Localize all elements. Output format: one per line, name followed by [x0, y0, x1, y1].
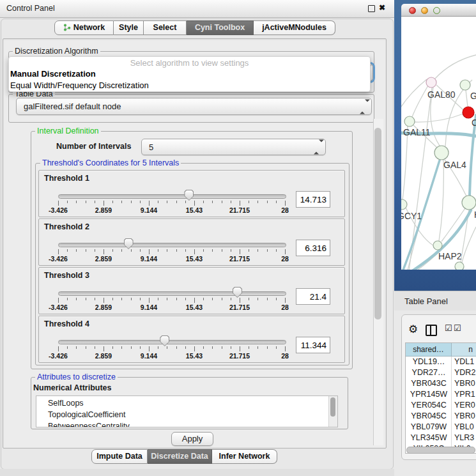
close-traffic-light-icon[interactable]: [409, 7, 416, 14]
table-horizontal-scrollbar[interactable]: [406, 447, 475, 454]
tab-infer-network[interactable]: Infer Network: [212, 449, 277, 464]
table-data-value: galFiltered.sif default node: [24, 98, 121, 114]
threshold-label: Threshold 3: [44, 271, 89, 280]
threshold-label: Threshold 4: [44, 319, 89, 328]
attribute-item[interactable]: TopologicalCoefficient: [48, 409, 125, 420]
interval-definition-group-title: Interval Definition: [35, 127, 101, 135]
network-node[interactable]: [460, 80, 470, 90]
node-attribute-table[interactable]: shared… n YDL19…YDL1YDR27…YDR2YBR043CYBR…: [405, 342, 476, 454]
apply-button[interactable]: Apply: [171, 432, 213, 446]
table-data-combobox[interactable]: galFiltered.sif default node: [16, 98, 372, 115]
tab-label: Select: [153, 23, 177, 32]
tab-jactivemnodules[interactable]: jActiveMNodules: [254, 20, 335, 35]
algorithm-option-equal-width[interactable]: Equal Width/Frequency Discretization: [10, 80, 368, 91]
cell-shared-name: YLR345W: [406, 433, 452, 443]
threshold-slider-handle[interactable]: [124, 238, 134, 249]
tab-select[interactable]: Select: [144, 20, 187, 35]
checkbox-icon[interactable]: ☑: [454, 323, 461, 333]
scale-label: -3.426: [40, 206, 76, 214]
threshold-slider-handle[interactable]: [184, 190, 194, 201]
close-icon[interactable]: ✖: [379, 3, 385, 12]
attributes-list-scrollbar[interactable]: [328, 396, 337, 427]
thresholds-group-title: Threshold's Coordinates for 5 Intervals: [40, 158, 181, 167]
network-node[interactable]: [463, 107, 474, 118]
cell-shared-name: YBR045C: [406, 411, 452, 422]
network-node-label: C: [472, 118, 476, 128]
scale-label: 2.859: [86, 352, 121, 360]
threshold-slider-handle[interactable]: [160, 335, 169, 346]
top-tab-bar: NetworkStyleSelectCyni ToolboxjActiveMNo…: [0, 20, 394, 35]
network-node[interactable]: [455, 262, 464, 271]
gear-icon[interactable]: ⚙: [408, 322, 418, 337]
table-row[interactable]: YBR043CYBR0: [406, 378, 476, 389]
attributes-group-title: Attributes to discretize: [35, 372, 118, 381]
table-row[interactable]: YDR27…YDR2: [406, 367, 476, 378]
tab-network[interactable]: Network: [54, 20, 114, 35]
tab-label: Discretize Data: [151, 452, 208, 461]
cell-shared-name: YER054C: [406, 400, 452, 411]
algorithm-option-manual[interactable]: Manual Discretization: [10, 68, 368, 80]
cell-name: YLR3: [454, 433, 474, 443]
numerical-attributes-list[interactable]: SelfLoopsTopologicalCoefficientBetweenne…: [36, 395, 338, 427]
threshold-slider-handle[interactable]: [233, 287, 242, 298]
threshold-value-input[interactable]: [296, 191, 330, 208]
scale-label: 15.43: [176, 206, 212, 214]
number-of-intervals-spinner[interactable]: 5: [141, 139, 326, 155]
scale-label: -3.426: [40, 303, 76, 311]
threshold-slider-track[interactable]: [58, 340, 286, 344]
network-canvas[interactable]: GAL80GACGAL11GAL4GCY1HHAP2: [394, 0, 476, 291]
network-node[interactable]: [434, 146, 449, 160]
network-node-label: GAL4: [443, 160, 466, 170]
threshold-value-input[interactable]: [296, 288, 330, 305]
table-row[interactable]: YER054CYER0: [406, 400, 476, 411]
scale-label: 15.43: [176, 352, 212, 360]
tab-label: Cyni Toolbox: [195, 23, 245, 32]
threshold-value-input[interactable]: [296, 240, 330, 256]
network-node-label: GAL11: [403, 127, 431, 137]
table-panel-title: Table Panel: [404, 291, 448, 311]
threshold-slider-track[interactable]: [58, 194, 286, 199]
scale-label: 21.715: [222, 255, 257, 263]
threshold-slider-track[interactable]: [58, 291, 286, 296]
tab-label: Impute Data: [96, 452, 142, 461]
attributes-scrollbar-thumb[interactable]: [330, 397, 335, 417]
network-node[interactable]: [462, 196, 476, 210]
panel-scrollbar-thumb[interactable]: [374, 128, 381, 319]
threshold-panel: Threshold 1 -3.4262.8599.14415.4321.7152…: [38, 170, 345, 217]
scale-label: -3.426: [40, 352, 76, 360]
table-row[interactable]: YBL079WYBL0: [406, 422, 476, 433]
attribute-item[interactable]: SelfLoops: [48, 397, 84, 409]
network-node-label: HAP2: [438, 251, 462, 261]
cell-name: YDL1: [454, 357, 474, 367]
tab-label: jActiveMNodules: [262, 23, 326, 32]
column-header-shared-name[interactable]: shared…: [406, 343, 452, 357]
table-row[interactable]: YBR045CYBR0: [406, 411, 476, 422]
network-node[interactable]: [433, 241, 442, 250]
attribute-item[interactable]: BetweennessCentrality: [48, 420, 130, 427]
network-window-titlebar[interactable]: [401, 4, 476, 17]
minimize-traffic-light-icon[interactable]: [421, 7, 428, 14]
zoom-traffic-light-icon[interactable]: [433, 7, 440, 14]
scale-label: 9.144: [131, 255, 167, 263]
float-window-icon[interactable]: [368, 5, 375, 12]
network-node-label: GAL80: [427, 89, 456, 100]
table-row[interactable]: YDL19…YDL1: [406, 357, 476, 367]
column-header-name[interactable]: n: [452, 343, 476, 357]
network-node[interactable]: [404, 116, 415, 127]
columns-icon[interactable]: [426, 325, 437, 336]
tab-style[interactable]: Style: [114, 20, 144, 35]
network-node[interactable]: [426, 77, 436, 88]
network-node[interactable]: [397, 199, 407, 210]
network-node-label: GCY1: [397, 211, 422, 221]
table-row[interactable]: YLR345WYLR3: [406, 433, 476, 443]
tab-discretize-data[interactable]: Discretize Data: [148, 449, 212, 464]
bottom-strip: [0, 469, 394, 476]
table-row[interactable]: YPR145WYPR1: [406, 389, 476, 400]
threshold-slider-track[interactable]: [58, 243, 286, 247]
threshold-value-input[interactable]: [296, 337, 330, 353]
tab-cyni-toolbox[interactable]: Cyni Toolbox: [187, 20, 254, 35]
network-node-label: GA: [470, 91, 476, 101]
checkbox-icon[interactable]: ☑: [445, 323, 452, 333]
cell-name: YBL0: [454, 422, 474, 433]
tab-impute-data[interactable]: Impute Data: [91, 449, 148, 464]
